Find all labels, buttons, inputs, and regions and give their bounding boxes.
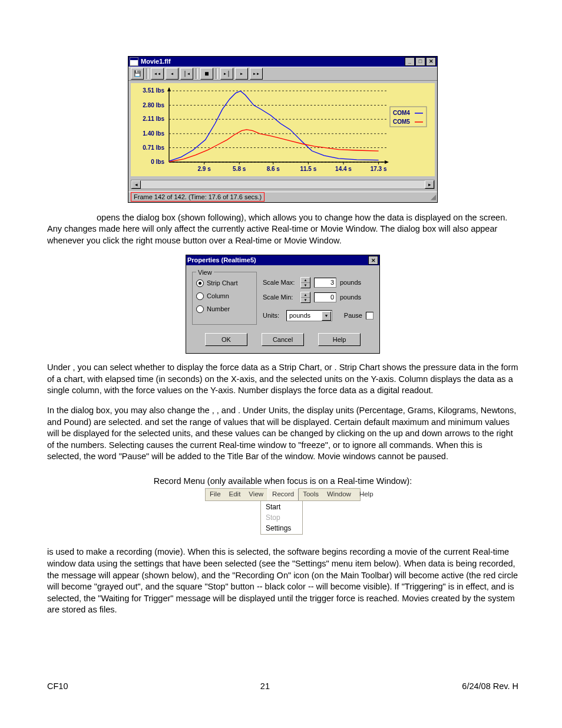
- svg-text:1.40 lbs: 1.40 lbs: [143, 130, 164, 137]
- scale-max-label: Scale Max:: [263, 278, 297, 287]
- units-select[interactable]: pounds ▼: [286, 310, 332, 321]
- horizontal-scrollbar[interactable]: ◂ ▸: [131, 180, 435, 189]
- movie-statusbar: Frame 142 of 142. (Time: 17.6 of 17.6 se…: [128, 192, 437, 202]
- step-back-icon[interactable]: ◂: [166, 68, 178, 80]
- menu-window[interactable]: Window: [323, 489, 355, 500]
- scale-min-label: Scale Min:: [263, 293, 297, 302]
- radio-strip-chart[interactable]: Strip Chart: [196, 279, 253, 288]
- ffwd-icon[interactable]: ▸▸: [250, 68, 263, 80]
- paragraph-2: Under , you can select whether to displa…: [47, 362, 518, 397]
- menu-stop: Stop: [261, 512, 302, 523]
- page-footer: CF10 21 6/24/08 Rev. H: [47, 681, 518, 693]
- svg-text:2.80 lbs: 2.80 lbs: [143, 102, 164, 108]
- properties-title: Properties (Realtime5): [187, 256, 256, 265]
- footer-right: 6/24/08 Rev. H: [462, 681, 518, 693]
- properties-close-button[interactable]: ✕: [368, 256, 378, 265]
- pause-checkbox[interactable]: [366, 312, 373, 319]
- maximize-button[interactable]: □: [415, 57, 425, 66]
- footer-center: 21: [260, 681, 270, 693]
- svg-text:2.11 lbs: 2.11 lbs: [143, 116, 164, 122]
- radio-column[interactable]: Column: [196, 292, 253, 301]
- frame-status: Frame 142 of 142. (Time: 17.6 of 17.6 se…: [131, 192, 265, 202]
- movie-toolbar: 💾 ◂◂ ◂ |◂ ■ ▸| ▸ ▸▸: [128, 67, 437, 81]
- movie-titlebar: Movie1.flf _ □ ✕: [128, 57, 437, 67]
- svg-text:2.9 s: 2.9 s: [197, 166, 211, 172]
- ok-button[interactable]: OK: [205, 333, 247, 346]
- view-groupbox: View Strip Chart Column Number: [192, 272, 257, 325]
- step-fwd-icon[interactable]: ▸: [235, 68, 248, 80]
- svg-text:14.4 s: 14.4 s: [335, 166, 352, 172]
- scale-min-input[interactable]: 0: [314, 292, 336, 302]
- scroll-right-icon[interactable]: ▸: [425, 180, 434, 189]
- properties-titlebar: Properties (Realtime5) ✕: [186, 255, 379, 265]
- paragraph-5: is used to make a recording (movie). Whe…: [47, 546, 518, 615]
- svg-marker-14: [167, 87, 171, 91]
- svg-text:17.3 s: 17.3 s: [371, 166, 387, 172]
- svg-text:0 lbs: 0 lbs: [151, 159, 164, 165]
- stop-icon[interactable]: ■: [200, 68, 213, 80]
- paragraph-1: opens the dialog box (shown following), …: [47, 212, 518, 247]
- radio-number[interactable]: Number: [196, 305, 253, 314]
- svg-text:11.5 s: 11.5 s: [300, 166, 316, 172]
- menu-record[interactable]: Record: [267, 488, 299, 500]
- menu-start[interactable]: Start: [261, 502, 302, 512]
- svg-text:COM4: COM4: [393, 110, 410, 116]
- svg-text:0.71 lbs: 0.71 lbs: [143, 144, 164, 151]
- menu-help[interactable]: Help: [355, 489, 378, 500]
- record-popup: Start Stop Settings: [260, 500, 303, 535]
- scroll-left-icon[interactable]: ◂: [131, 180, 141, 189]
- app-icon: [130, 57, 138, 66]
- movie-window: Movie1.flf _ □ ✕ 💾 ◂◂ ◂ |◂ ■ ▸| ▸ ▸▸ 0: [128, 56, 438, 203]
- properties-dialog: Properties (Realtime5) ✕ View Strip Char…: [186, 255, 380, 354]
- cancel-button[interactable]: Cancel: [262, 333, 304, 346]
- pause-label: Pause: [344, 311, 362, 320]
- scale-max-unit: pounds: [340, 278, 366, 287]
- menu-figure: File Edit View Record Tools Window Help …: [205, 488, 361, 535]
- chevron-down-icon: ▼: [322, 311, 331, 321]
- help-button[interactable]: Help: [318, 333, 361, 346]
- menu-view[interactable]: View: [244, 489, 267, 500]
- menu-settings[interactable]: Settings: [261, 523, 302, 533]
- menu-edit[interactable]: Edit: [225, 489, 245, 500]
- strip-chart: 0 lbs0.71 lbs1.40 lbs2.11 lbs2.80 lbs3.5…: [131, 83, 435, 176]
- svg-text:8.6 s: 8.6 s: [267, 166, 280, 172]
- scale-min-unit: pounds: [340, 293, 366, 302]
- paragraph-3: In the dialog box, you may also change t…: [47, 405, 518, 463]
- svg-text:COM5: COM5: [393, 118, 410, 125]
- scale-max-spinner[interactable]: ▲▼: [300, 277, 310, 288]
- svg-text:3.51 lbs: 3.51 lbs: [143, 87, 164, 94]
- skip-start-icon[interactable]: |◂: [180, 68, 193, 80]
- resize-grip[interactable]: ◢: [431, 192, 435, 202]
- view-legend: View: [196, 268, 214, 277]
- record-menu-caption: Record Menu (only available when focus i…: [47, 476, 518, 487]
- minimize-button[interactable]: _: [405, 57, 415, 66]
- svg-text:5.8 s: 5.8 s: [233, 166, 246, 172]
- rewind-icon[interactable]: ◂◂: [151, 68, 164, 80]
- footer-left: CF10: [47, 681, 68, 693]
- svg-marker-15: [385, 160, 389, 164]
- units-label: Units:: [263, 311, 283, 320]
- close-button[interactable]: ✕: [426, 57, 436, 66]
- save-icon[interactable]: 💾: [131, 68, 144, 80]
- scale-min-spinner[interactable]: ▲▼: [300, 292, 310, 303]
- menu-file[interactable]: File: [206, 489, 225, 500]
- menu-bar: File Edit View Record Tools Window Help: [205, 488, 361, 501]
- menu-tools[interactable]: Tools: [299, 489, 323, 500]
- scale-max-input[interactable]: 3: [314, 278, 336, 288]
- movie-title: Movie1.flf: [141, 57, 171, 66]
- skip-end-icon[interactable]: ▸|: [220, 68, 233, 80]
